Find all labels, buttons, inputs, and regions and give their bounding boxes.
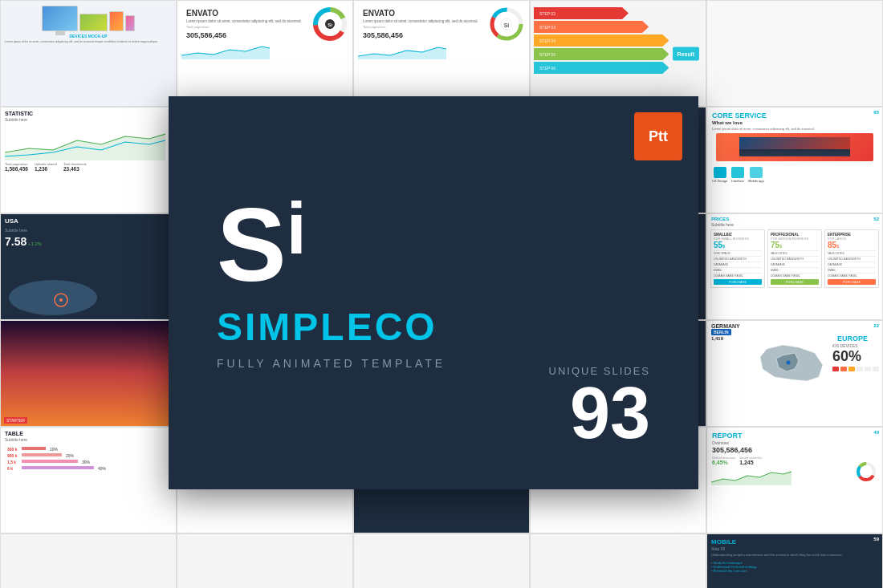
main-card: Ptt Si SIMPLECO FULLY ANIMATED TEMPLATE … — [169, 96, 698, 489]
envato1-title: ENVATO — [181, 5, 312, 19]
report-number: 305,586,456 — [707, 445, 882, 455]
usa-delta: +1.2% — [28, 241, 42, 246]
europe-percent: 60% — [832, 348, 879, 365]
slide-devices: DEVICES MOCK-UP Lorem ipsum dolor sit am… — [0, 0, 177, 107]
main-title: SIMPLECO — [217, 305, 437, 349]
slide-pricing: 52 PRICES Subtitle here SMALLBIZ FOR SMA… — [706, 213, 883, 320]
result-box: Result — [673, 47, 699, 60]
logo-i: i — [287, 189, 303, 269]
step1: STEP 02 — [534, 7, 635, 19]
unique-slides-num: 93 — [549, 377, 650, 449]
slide-europe: 22 GERMANY BERLIN 1,419 EUROPE iOS DEVIC… — [706, 320, 883, 427]
svg-text:Si: Si — [328, 22, 332, 27]
svg-point-18 — [787, 361, 791, 365]
core-service-text: Lorem ipsum dolor sit amet, consectetur … — [707, 127, 882, 132]
slide-filler7 — [177, 533, 353, 588]
slide-statistic: STATISTIC Subtitle here Total pageviews1… — [0, 107, 177, 213]
pricing-subtitle: Subtitle here — [707, 222, 882, 229]
report-title: REPORT — [707, 428, 882, 440]
ptt-badge: Ptt — [634, 112, 682, 160]
slide-filler6 — [0, 533, 177, 588]
slide-envato1: ENVATO Lorem ipsum dolor sit amet, conse… — [177, 0, 353, 107]
envato2-donut-chart: Si — [489, 6, 525, 43]
slide-core-service: 65 CORE SERVICE What we love Lorem ipsum… — [706, 107, 883, 213]
svg-marker-13 — [358, 47, 446, 59]
report-num: 49 — [873, 430, 879, 435]
slide-envato2: ENVATO Lorem ipsum dolor sit amet, conse… — [353, 0, 530, 107]
slide-report: 49 REPORT Overview 305,586,456 Global re… — [706, 427, 883, 533]
statistic-title: STATISTIC — [1, 107, 176, 117]
main-logo: Si — [217, 193, 303, 297]
usa-value: 7.58 — [5, 235, 26, 248]
step3: STEP 04 — [534, 34, 675, 47]
unique-slides: UNIQUE SLIDES 93 — [549, 365, 650, 449]
europe-num: 22 — [873, 323, 879, 328]
devices-label: DEVICES MOCK-UP — [1, 33, 176, 39]
scenic-label: STARTER — [4, 417, 27, 424]
svg-point-15 — [9, 280, 97, 315]
table-title: TABLE — [1, 428, 176, 437]
slide-steps: STEP 02 STEP 03 STEP 04 STEP 05 STEP 06 … — [530, 0, 706, 107]
envato1-donut-chart: Si — [312, 6, 348, 43]
germany-label: GERMANY — [711, 323, 878, 329]
mobile-num: 59 — [873, 537, 879, 541]
core-service-title: CORE SERVICE — [707, 107, 882, 120]
envato1-number: 305,586,456 — [181, 30, 312, 41]
slide-filler8 — [353, 533, 530, 588]
report-donut — [854, 460, 878, 484]
core-service-num: 65 — [873, 110, 879, 115]
usa-title: USA — [1, 214, 176, 228]
europe-title: EUROPE — [832, 330, 879, 343]
devices-desc: Lorem ipsum dolor sit amet, consectetur … — [1, 39, 176, 44]
mobile-title: MOBILE — [707, 534, 882, 546]
table-subtitle: Subtitle here — [1, 437, 176, 444]
slide-mobile: 59 MOBILE Step 02 Understanding people's… — [706, 533, 883, 588]
pricing-num: 52 — [873, 217, 879, 221]
main-subtitle: FULLY ANIMATED TEMPLATE — [217, 357, 446, 370]
report-pct: 6,45% — [712, 460, 735, 465]
statistic-subtitle: Subtitle here — [1, 117, 176, 124]
europe-map-svg — [751, 341, 839, 385]
logo-s: S — [217, 186, 283, 303]
envato1-text: Lorem ipsum dolor sit amet, consectetur … — [181, 19, 312, 24]
envato2-text: Lorem ipsum dolor sit amet, consectetur … — [358, 19, 489, 24]
envato2-number: 305,586,456 — [358, 30, 489, 41]
core-service-subtitle: What we love — [707, 120, 882, 127]
core-icons: UX Design Interface Mobile app — [707, 163, 882, 187]
statistic-chart — [1, 124, 169, 160]
pricing-title: PRICES — [707, 214, 882, 222]
svg-point-17 — [59, 298, 63, 302]
slide-scenic1: STARTER — [0, 320, 177, 427]
svg-text:Si: Si — [504, 22, 510, 28]
envato2-title: ENVATO — [358, 5, 489, 19]
envato1-trend — [181, 43, 270, 59]
slide-table: TABLE Subtitle here 300 k10% 900 k20% 1,… — [0, 427, 177, 533]
slide-usa-map: USA Subtitle here 7.58 +1.2% — [0, 213, 177, 320]
report-social: 1,245 — [739, 460, 762, 465]
step2: STEP 03 — [534, 21, 655, 33]
step4: STEP 05 — [534, 48, 675, 60]
step5: STEP 06 — [534, 62, 675, 74]
envato2-trend — [358, 43, 446, 59]
slide-filler9 — [530, 533, 706, 588]
report-chart — [711, 468, 791, 485]
berlin-badge: BERLIN — [711, 329, 731, 335]
usa-map-svg — [1, 270, 105, 318]
mobile-text: Understanding people's experiences and t… — [707, 551, 882, 559]
slide-filler1 — [706, 0, 883, 107]
